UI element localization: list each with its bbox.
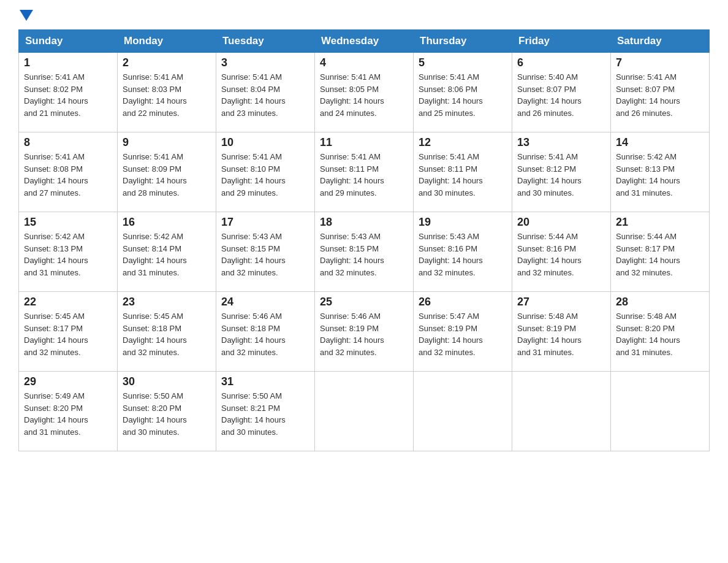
calendar-cell: 10Sunrise: 5:41 AMSunset: 8:10 PMDayligh… <box>216 132 315 212</box>
calendar-cell: 27Sunrise: 5:48 AMSunset: 8:19 PMDayligh… <box>512 292 611 372</box>
column-header-thursday: Thursday <box>414 30 512 53</box>
day-number: 19 <box>419 216 507 229</box>
day-number: 14 <box>616 136 704 149</box>
day-info: Sunrise: 5:41 AMSunset: 8:08 PMDaylight:… <box>24 151 112 199</box>
calendar-cell: 17Sunrise: 5:43 AMSunset: 8:15 PMDayligh… <box>216 212 315 292</box>
calendar-cell: 5Sunrise: 5:41 AMSunset: 8:06 PMDaylight… <box>414 53 512 132</box>
calendar-cell: 29Sunrise: 5:49 AMSunset: 8:20 PMDayligh… <box>19 372 118 451</box>
day-info: Sunrise: 5:49 AMSunset: 8:20 PMDaylight:… <box>24 390 112 438</box>
column-header-wednesday: Wednesday <box>315 30 414 53</box>
day-info: Sunrise: 5:43 AMSunset: 8:16 PMDaylight:… <box>419 231 507 278</box>
day-number: 15 <box>24 216 112 229</box>
day-number: 20 <box>517 216 605 229</box>
calendar-cell: 18Sunrise: 5:43 AMSunset: 8:15 PMDayligh… <box>315 212 414 292</box>
calendar-cell: 4Sunrise: 5:41 AMSunset: 8:05 PMDaylight… <box>315 53 414 132</box>
column-header-sunday: Sunday <box>19 30 118 53</box>
day-info: Sunrise: 5:41 AMSunset: 8:02 PMDaylight:… <box>24 71 112 119</box>
calendar-week-row: 22Sunrise: 5:45 AMSunset: 8:17 PMDayligh… <box>19 292 710 372</box>
column-header-saturday: Saturday <box>611 30 710 53</box>
calendar-cell: 9Sunrise: 5:41 AMSunset: 8:09 PMDaylight… <box>118 132 216 212</box>
calendar-cell: 19Sunrise: 5:43 AMSunset: 8:16 PMDayligh… <box>414 212 512 292</box>
day-number: 12 <box>419 136 507 149</box>
calendar-cell: 7Sunrise: 5:41 AMSunset: 8:07 PMDaylight… <box>611 53 710 132</box>
calendar-week-row: 15Sunrise: 5:42 AMSunset: 8:13 PMDayligh… <box>19 212 710 292</box>
calendar-cell: 1Sunrise: 5:41 AMSunset: 8:02 PMDaylight… <box>19 53 118 132</box>
day-number: 9 <box>123 136 211 149</box>
calendar-cell <box>512 372 611 451</box>
day-info: Sunrise: 5:41 AMSunset: 8:12 PMDaylight:… <box>517 151 605 199</box>
day-info: Sunrise: 5:42 AMSunset: 8:13 PMDaylight:… <box>24 231 112 278</box>
calendar-cell: 25Sunrise: 5:46 AMSunset: 8:19 PMDayligh… <box>315 292 414 372</box>
day-number: 24 <box>221 296 309 308</box>
day-number: 23 <box>123 296 211 308</box>
calendar-cell <box>315 372 414 451</box>
calendar-cell: 6Sunrise: 5:40 AMSunset: 8:07 PMDaylight… <box>512 53 611 132</box>
day-info: Sunrise: 5:50 AMSunset: 8:20 PMDaylight:… <box>123 390 211 438</box>
calendar-cell: 16Sunrise: 5:42 AMSunset: 8:14 PMDayligh… <box>118 212 216 292</box>
calendar-cell: 21Sunrise: 5:44 AMSunset: 8:17 PMDayligh… <box>611 212 710 292</box>
day-info: Sunrise: 5:43 AMSunset: 8:15 PMDaylight:… <box>320 231 408 278</box>
day-info: Sunrise: 5:46 AMSunset: 8:19 PMDaylight:… <box>320 310 408 358</box>
calendar-cell: 26Sunrise: 5:47 AMSunset: 8:19 PMDayligh… <box>414 292 512 372</box>
day-info: Sunrise: 5:46 AMSunset: 8:18 PMDaylight:… <box>221 310 309 358</box>
day-info: Sunrise: 5:47 AMSunset: 8:19 PMDaylight:… <box>419 310 507 358</box>
calendar-cell <box>611 372 710 451</box>
day-info: Sunrise: 5:50 AMSunset: 8:21 PMDaylight:… <box>221 390 309 438</box>
day-number: 3 <box>221 56 309 69</box>
day-number: 1 <box>24 56 112 69</box>
calendar-cell: 22Sunrise: 5:45 AMSunset: 8:17 PMDayligh… <box>19 292 118 372</box>
day-info: Sunrise: 5:41 AMSunset: 8:06 PMDaylight:… <box>419 71 507 119</box>
day-info: Sunrise: 5:42 AMSunset: 8:14 PMDaylight:… <box>123 231 211 278</box>
page-header <box>18 12 710 23</box>
day-info: Sunrise: 5:48 AMSunset: 8:20 PMDaylight:… <box>616 310 704 358</box>
day-number: 22 <box>24 296 112 308</box>
day-info: Sunrise: 5:45 AMSunset: 8:18 PMDaylight:… <box>123 310 211 358</box>
calendar-cell: 31Sunrise: 5:50 AMSunset: 8:21 PMDayligh… <box>216 372 315 451</box>
logo <box>18 12 33 23</box>
calendar-cell: 3Sunrise: 5:41 AMSunset: 8:04 PMDaylight… <box>216 53 315 132</box>
calendar-header-row: SundayMondayTuesdayWednesdayThursdayFrid… <box>19 30 710 53</box>
calendar-cell: 12Sunrise: 5:41 AMSunset: 8:11 PMDayligh… <box>414 132 512 212</box>
column-header-tuesday: Tuesday <box>216 30 315 53</box>
calendar-cell: 28Sunrise: 5:48 AMSunset: 8:20 PMDayligh… <box>611 292 710 372</box>
calendar-cell: 14Sunrise: 5:42 AMSunset: 8:13 PMDayligh… <box>611 132 710 212</box>
calendar-week-row: 1Sunrise: 5:41 AMSunset: 8:02 PMDaylight… <box>19 53 710 132</box>
day-info: Sunrise: 5:41 AMSunset: 8:10 PMDaylight:… <box>221 151 309 199</box>
column-header-monday: Monday <box>118 30 216 53</box>
day-info: Sunrise: 5:41 AMSunset: 8:04 PMDaylight:… <box>221 71 309 119</box>
day-info: Sunrise: 5:41 AMSunset: 8:09 PMDaylight:… <box>123 151 211 199</box>
calendar-cell: 11Sunrise: 5:41 AMSunset: 8:11 PMDayligh… <box>315 132 414 212</box>
calendar-cell: 2Sunrise: 5:41 AMSunset: 8:03 PMDaylight… <box>118 53 216 132</box>
calendar-cell: 13Sunrise: 5:41 AMSunset: 8:12 PMDayligh… <box>512 132 611 212</box>
calendar-cell: 23Sunrise: 5:45 AMSunset: 8:18 PMDayligh… <box>118 292 216 372</box>
day-number: 18 <box>320 216 408 229</box>
day-number: 4 <box>320 56 408 69</box>
day-number: 10 <box>221 136 309 149</box>
day-number: 16 <box>123 216 211 229</box>
day-info: Sunrise: 5:42 AMSunset: 8:13 PMDaylight:… <box>616 151 704 199</box>
svg-marker-0 <box>20 10 33 21</box>
calendar-week-row: 29Sunrise: 5:49 AMSunset: 8:20 PMDayligh… <box>19 372 710 451</box>
day-info: Sunrise: 5:44 AMSunset: 8:16 PMDaylight:… <box>517 231 605 278</box>
day-number: 13 <box>517 136 605 149</box>
day-number: 29 <box>24 375 112 388</box>
calendar-cell: 24Sunrise: 5:46 AMSunset: 8:18 PMDayligh… <box>216 292 315 372</box>
day-info: Sunrise: 5:40 AMSunset: 8:07 PMDaylight:… <box>517 71 605 119</box>
calendar-table: SundayMondayTuesdayWednesdayThursdayFrid… <box>18 29 710 451</box>
day-info: Sunrise: 5:41 AMSunset: 8:11 PMDaylight:… <box>320 151 408 199</box>
day-info: Sunrise: 5:48 AMSunset: 8:19 PMDaylight:… <box>517 310 605 358</box>
day-info: Sunrise: 5:45 AMSunset: 8:17 PMDaylight:… <box>24 310 112 358</box>
logo-triangle-icon <box>20 10 33 23</box>
calendar-cell <box>414 372 512 451</box>
day-info: Sunrise: 5:43 AMSunset: 8:15 PMDaylight:… <box>221 231 309 278</box>
day-info: Sunrise: 5:41 AMSunset: 8:05 PMDaylight:… <box>320 71 408 119</box>
day-number: 8 <box>24 136 112 149</box>
day-number: 7 <box>616 56 704 69</box>
calendar-week-row: 8Sunrise: 5:41 AMSunset: 8:08 PMDaylight… <box>19 132 710 212</box>
day-number: 6 <box>517 56 605 69</box>
day-number: 31 <box>221 375 309 388</box>
day-number: 5 <box>419 56 507 69</box>
day-number: 28 <box>616 296 704 308</box>
day-number: 2 <box>123 56 211 69</box>
calendar-cell: 8Sunrise: 5:41 AMSunset: 8:08 PMDaylight… <box>19 132 118 212</box>
